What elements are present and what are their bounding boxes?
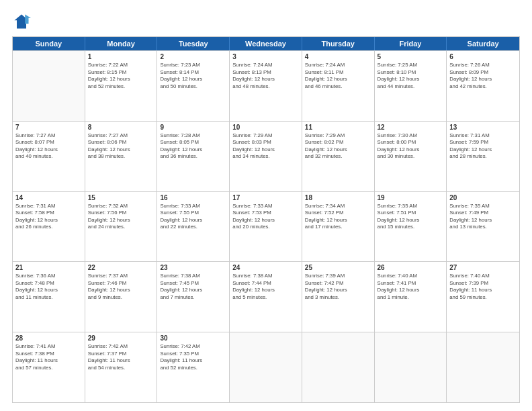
calendar-cell-5: 5Sunrise: 7:25 AM Sunset: 8:10 PM Daylig… — [375, 51, 447, 121]
cell-day-number: 30 — [160, 334, 226, 342]
calendar-row-1: 7Sunrise: 7:27 AM Sunset: 8:07 PM Daylig… — [13, 121, 519, 191]
cell-day-number: 23 — [160, 264, 226, 271]
cell-day-number: 4 — [305, 53, 371, 60]
calendar-cell-30: 30Sunrise: 7:42 AM Sunset: 7:35 PM Dayli… — [157, 332, 230, 402]
calendar-cell-26: 26Sunrise: 7:40 AM Sunset: 7:41 PM Dayli… — [375, 262, 447, 332]
calendar-row-2: 14Sunrise: 7:31 AM Sunset: 7:58 PM Dayli… — [13, 191, 519, 262]
cell-day-number: 17 — [232, 194, 299, 201]
cell-day-number: 18 — [305, 194, 371, 201]
cell-day-number: 28 — [15, 334, 82, 342]
calendar-cell-7: 7Sunrise: 7:27 AM Sunset: 8:07 PM Daylig… — [13, 122, 85, 191]
cell-day-number: 9 — [160, 124, 226, 131]
cell-day-number: 12 — [378, 124, 444, 131]
calendar-cell-empty-4-4 — [302, 332, 375, 402]
calendar-cell-24: 24Sunrise: 7:38 AM Sunset: 7:44 PM Dayli… — [230, 262, 302, 332]
cell-info: Sunrise: 7:40 AM Sunset: 7:41 PM Dayligh… — [378, 273, 444, 301]
cell-info: Sunrise: 7:36 AM Sunset: 7:48 PM Dayligh… — [15, 273, 82, 301]
calendar-cell-15: 15Sunrise: 7:32 AM Sunset: 7:56 PM Dayli… — [85, 192, 158, 262]
cell-day-number: 10 — [232, 124, 299, 131]
logo — [12, 12, 34, 31]
calendar-cell-14: 14Sunrise: 7:31 AM Sunset: 7:58 PM Dayli… — [13, 192, 85, 262]
cell-day-number: 27 — [449, 264, 517, 271]
calendar-cell-empty-4-5 — [375, 332, 447, 402]
calendar-cell-22: 22Sunrise: 7:37 AM Sunset: 7:46 PM Dayli… — [85, 262, 158, 332]
cell-info: Sunrise: 7:23 AM Sunset: 8:14 PM Dayligh… — [160, 62, 226, 90]
cell-info: Sunrise: 7:32 AM Sunset: 7:56 PM Dayligh… — [88, 203, 154, 231]
calendar-cell-27: 27Sunrise: 7:40 AM Sunset: 7:39 PM Dayli… — [447, 262, 519, 332]
cell-day-number: 25 — [305, 264, 371, 271]
calendar-cell-11: 11Sunrise: 7:29 AM Sunset: 8:02 PM Dayli… — [302, 122, 375, 191]
cell-info: Sunrise: 7:31 AM Sunset: 7:58 PM Dayligh… — [15, 203, 82, 231]
cell-day-number: 20 — [449, 194, 517, 201]
cell-info: Sunrise: 7:35 AM Sunset: 7:49 PM Dayligh… — [449, 203, 517, 231]
cell-info: Sunrise: 7:24 AM Sunset: 8:13 PM Dayligh… — [232, 62, 299, 90]
cell-day-number: 8 — [88, 124, 154, 131]
cell-day-number: 13 — [449, 124, 517, 131]
calendar-header: SundayMondayTuesdayWednesdayThursdayFrid… — [13, 37, 519, 50]
calendar-row-3: 21Sunrise: 7:36 AM Sunset: 7:48 PM Dayli… — [13, 261, 519, 332]
calendar-cell-19: 19Sunrise: 7:35 AM Sunset: 7:51 PM Dayli… — [375, 192, 447, 262]
cell-day-number: 24 — [232, 264, 299, 271]
header-day-sunday: Sunday — [13, 37, 85, 50]
calendar-cell-17: 17Sunrise: 7:33 AM Sunset: 7:53 PM Dayli… — [230, 192, 302, 262]
cell-info: Sunrise: 7:33 AM Sunset: 7:55 PM Dayligh… — [160, 203, 226, 231]
cell-info: Sunrise: 7:33 AM Sunset: 7:53 PM Dayligh… — [232, 203, 299, 231]
cell-info: Sunrise: 7:42 AM Sunset: 7:37 PM Dayligh… — [88, 343, 154, 371]
cell-day-number: 29 — [88, 334, 154, 342]
calendar-cell-16: 16Sunrise: 7:33 AM Sunset: 7:55 PM Dayli… — [157, 192, 230, 262]
calendar-cell-29: 29Sunrise: 7:42 AM Sunset: 7:37 PM Dayli… — [85, 332, 158, 402]
calendar-cell-2: 2Sunrise: 7:23 AM Sunset: 8:14 PM Daylig… — [157, 51, 230, 121]
cell-day-number: 3 — [232, 53, 299, 60]
calendar-cell-13: 13Sunrise: 7:31 AM Sunset: 7:59 PM Dayli… — [447, 122, 519, 191]
header-day-tuesday: Tuesday — [157, 37, 230, 50]
page: SundayMondayTuesdayWednesdayThursdayFrid… — [0, 0, 532, 411]
calendar-cell-empty-4-3 — [230, 332, 302, 402]
calendar-cell-20: 20Sunrise: 7:35 AM Sunset: 7:49 PM Dayli… — [447, 192, 519, 262]
calendar-cell-12: 12Sunrise: 7:30 AM Sunset: 8:00 PM Dayli… — [375, 122, 447, 191]
cell-day-number: 14 — [15, 194, 82, 201]
cell-info: Sunrise: 7:30 AM Sunset: 8:00 PM Dayligh… — [378, 132, 444, 161]
calendar-cell-3: 3Sunrise: 7:24 AM Sunset: 8:13 PM Daylig… — [230, 51, 302, 121]
calendar-row-4: 28Sunrise: 7:41 AM Sunset: 7:38 PM Dayli… — [13, 332, 519, 402]
cell-day-number: 26 — [378, 264, 444, 271]
cell-info: Sunrise: 7:40 AM Sunset: 7:39 PM Dayligh… — [449, 273, 517, 301]
calendar-cell-9: 9Sunrise: 7:28 AM Sunset: 8:05 PM Daylig… — [157, 122, 230, 191]
cell-info: Sunrise: 7:37 AM Sunset: 7:46 PM Dayligh… — [88, 273, 154, 301]
calendar: SundayMondayTuesdayWednesdayThursdayFrid… — [12, 36, 520, 403]
cell-day-number: 11 — [305, 124, 371, 131]
calendar-cell-10: 10Sunrise: 7:29 AM Sunset: 8:03 PM Dayli… — [230, 122, 302, 191]
cell-info: Sunrise: 7:34 AM Sunset: 7:52 PM Dayligh… — [305, 203, 371, 231]
cell-info: Sunrise: 7:29 AM Sunset: 8:03 PM Dayligh… — [232, 132, 299, 161]
cell-info: Sunrise: 7:31 AM Sunset: 7:59 PM Dayligh… — [449, 132, 517, 161]
cell-day-number: 21 — [15, 264, 82, 271]
logo-icon — [12, 12, 31, 31]
cell-info: Sunrise: 7:28 AM Sunset: 8:05 PM Dayligh… — [160, 132, 226, 161]
cell-info: Sunrise: 7:42 AM Sunset: 7:35 PM Dayligh… — [160, 343, 226, 371]
cell-day-number: 22 — [88, 264, 154, 271]
cell-day-number: 7 — [15, 124, 82, 131]
calendar-cell-25: 25Sunrise: 7:39 AM Sunset: 7:42 PM Dayli… — [302, 262, 375, 332]
cell-info: Sunrise: 7:24 AM Sunset: 8:11 PM Dayligh… — [305, 62, 371, 90]
header-day-thursday: Thursday — [302, 37, 375, 50]
header-day-wednesday: Wednesday — [230, 37, 302, 50]
cell-day-number: 6 — [449, 53, 517, 60]
header-day-saturday: Saturday — [447, 37, 519, 50]
calendar-cell-8: 8Sunrise: 7:27 AM Sunset: 8:06 PM Daylig… — [85, 122, 158, 191]
cell-info: Sunrise: 7:38 AM Sunset: 7:44 PM Dayligh… — [232, 273, 299, 301]
calendar-cell-28: 28Sunrise: 7:41 AM Sunset: 7:38 PM Dayli… — [13, 332, 85, 402]
calendar-cell-empty-4-6 — [447, 332, 519, 402]
header-day-monday: Monday — [85, 37, 158, 50]
calendar-row-0: 1Sunrise: 7:22 AM Sunset: 8:15 PM Daylig… — [13, 50, 519, 121]
cell-info: Sunrise: 7:26 AM Sunset: 8:09 PM Dayligh… — [449, 62, 517, 90]
cell-info: Sunrise: 7:35 AM Sunset: 7:51 PM Dayligh… — [378, 203, 444, 231]
cell-day-number: 1 — [88, 53, 154, 60]
cell-info: Sunrise: 7:22 AM Sunset: 8:15 PM Dayligh… — [88, 62, 154, 90]
cell-day-number: 16 — [160, 194, 226, 201]
calendar-cell-6: 6Sunrise: 7:26 AM Sunset: 8:09 PM Daylig… — [447, 51, 519, 121]
cell-info: Sunrise: 7:27 AM Sunset: 8:06 PM Dayligh… — [88, 132, 154, 161]
calendar-cell-21: 21Sunrise: 7:36 AM Sunset: 7:48 PM Dayli… — [13, 262, 85, 332]
calendar-cell-23: 23Sunrise: 7:38 AM Sunset: 7:45 PM Dayli… — [157, 262, 230, 332]
cell-info: Sunrise: 7:39 AM Sunset: 7:42 PM Dayligh… — [305, 273, 371, 301]
cell-info: Sunrise: 7:38 AM Sunset: 7:45 PM Dayligh… — [160, 273, 226, 301]
header — [12, 12, 520, 31]
